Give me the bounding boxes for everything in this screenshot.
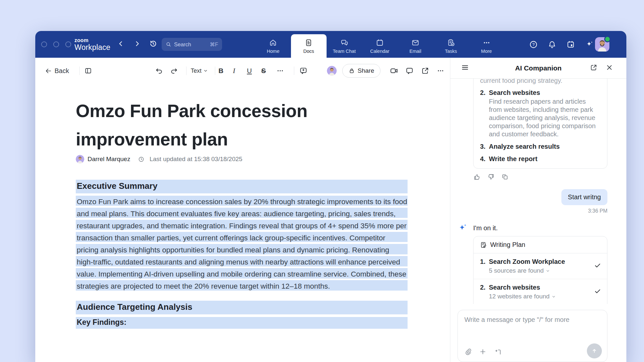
sidebar-toggle-icon[interactable] [84,67,92,75]
ai-message-input[interactable]: Write a message or type "/" for more [458,310,607,362]
search-input[interactable]: Search ⌘F [162,38,222,51]
presence-indicator [604,36,611,42]
tab-tasks[interactable]: Tasks [433,34,469,58]
copy-icon[interactable] [501,173,509,181]
underline-button[interactable]: U [247,67,258,75]
zoom-workplace-logo: zoom Workplace [74,38,110,51]
send-arrow-icon [591,347,598,354]
plan-step: 1.Search Zoom Workplace 5 sources are fo… [474,253,607,279]
strikethrough-button[interactable]: S [261,67,272,75]
ai-reply-text: I'm on it. [473,224,498,232]
bold-button[interactable]: B [218,67,230,75]
share-button[interactable]: Share [342,64,380,78]
topbar-right-icons: ? [529,40,594,49]
ai-companion-sparkle-icon[interactable] [585,40,594,49]
last-updated: Last updated at 15:38 03/18/2025 [150,156,242,163]
tab-calendar[interactable]: Calendar [362,34,398,58]
notifications-bell-icon[interactable] [548,40,556,49]
window-minimize-button[interactable] [53,41,59,47]
tab-docs[interactable]: Docs [291,34,327,58]
send-button[interactable] [587,343,602,358]
more-formatting-icon[interactable] [276,67,284,75]
window-zoom-button[interactable] [65,41,71,47]
video-call-icon[interactable] [390,67,398,75]
tab-tasks-label: Tasks [445,49,457,54]
svg-text:?: ? [532,42,535,47]
plan-preview-item: 2. Search websites Find research papers … [480,88,601,138]
window-controls [41,41,71,47]
open-external-icon[interactable] [421,67,429,75]
document-editor[interactable]: Omzo Fun Park concession improvement pla… [76,84,408,329]
tab-team-chat[interactable]: Team Chat [327,34,362,58]
italic-button[interactable]: I [233,67,244,75]
undo-icon [155,67,163,75]
collaborator-avatar[interactable] [327,66,337,76]
tab-more[interactable]: More [469,34,504,58]
tab-more-label: More [481,49,492,54]
step-check-icon [594,288,601,296]
today-calendar-icon[interactable] [566,40,575,49]
close-icon[interactable] [605,64,613,73]
thumbs-down-icon[interactable] [487,173,495,181]
add-icon[interactable] [479,348,487,357]
more-actions-icon[interactable] [437,67,444,75]
plan-preview-item: 3. Analyze search results [480,142,601,151]
back-arrow-icon [45,67,52,74]
help-icon[interactable]: ? [529,40,538,49]
document-title: Omzo Fun Park concession improvement pla… [76,97,408,154]
nav-forward-icon[interactable] [134,40,140,48]
calendar-icon [376,38,384,47]
main-nav-tabs: Home Docs Team Chat Calendar Email [255,31,504,58]
section-heading-audience-targeting: Audience Targeting Analysis [76,301,408,314]
key-findings-heading: Key Findings: [76,317,408,329]
message-timestamp: 3:36 PM [473,208,607,214]
ai-reply-row: I'm on it. [473,223,607,233]
tab-email[interactable]: Email [397,34,433,58]
back-button[interactable]: Back [45,67,69,75]
plan-step: 2.Search websites 12 websites are found [474,279,607,304]
text-style-dropdown[interactable]: Text [191,68,208,74]
section-heading-executive-summary: Executive Summary [76,180,408,193]
nav-back-icon[interactable] [118,40,124,48]
more-icon [482,38,491,47]
top-bar: zoom Workplace Search ⌘F Home [35,31,626,58]
desktop-background: zoom Workplace Search ⌘F Home [0,0,644,362]
undo-button[interactable] [155,67,163,75]
step-sources-toggle[interactable]: 12 websites are found [489,292,589,301]
redo-button[interactable] [170,67,178,75]
search-placeholder: Search [174,41,210,48]
step-sources-toggle[interactable]: 5 sources are found [489,266,589,275]
message-feedback-row [473,173,607,181]
docs-icon [304,38,313,47]
thumbs-up-icon[interactable] [473,173,481,181]
author-name: Darrel Marquez [88,156,130,163]
logo-zoom: zoom [74,38,110,43]
writing-plan-icon [480,241,487,249]
zoom-workplace-window: zoom Workplace Search ⌘F Home [35,31,626,362]
document-toolbar: Back Text [35,58,450,84]
pop-out-icon[interactable] [590,64,598,73]
plan-preview-card: current food pricing strategy. 2. Search… [473,79,607,169]
tasks-icon [447,38,455,47]
ai-chat-scroll-area[interactable]: current food pricing strategy. 2. Search… [450,79,626,304]
user-avatar[interactable] [595,37,609,52]
plan-preview-item: 4. Write the report [480,155,601,163]
author-avatar [76,155,84,163]
window-close-button[interactable] [41,41,47,47]
insert-ai-icon[interactable] [494,348,502,357]
chevron-down-icon [546,269,550,273]
ai-companion-panel: AI Companion current food pricing strate… [450,58,626,362]
history-icon[interactable] [149,39,157,49]
chevron-down-icon [552,294,556,299]
attach-file-icon[interactable] [464,348,472,357]
tab-home[interactable]: Home [255,34,291,58]
add-comment-icon[interactable] [299,67,308,75]
input-placeholder: Write a message or type "/" for more [464,316,601,324]
tab-docs-label: Docs [303,49,314,54]
tab-home-label: Home [267,49,280,54]
clipped-plan-line: current food pricing strategy. [480,79,601,84]
step-check-icon [594,262,601,270]
input-actions [464,348,502,357]
chat-icon[interactable] [405,67,414,75]
chevron-down-icon [203,68,208,73]
